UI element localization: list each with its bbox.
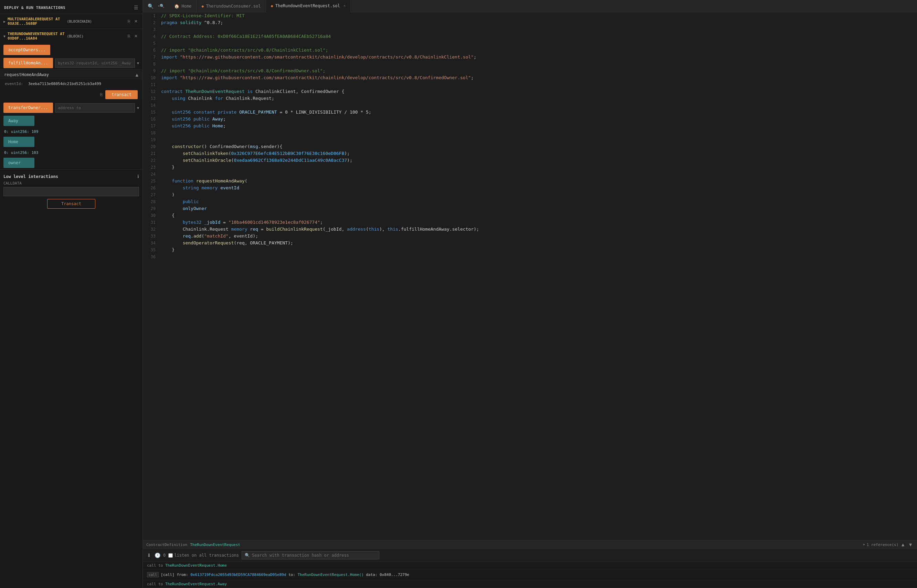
instance1-copy-btn[interactable]: ⎘ bbox=[126, 18, 131, 24]
log-entry-3: call to TheRunDownEventRequest.Away bbox=[143, 580, 917, 588]
code-line-22: setChainlinkOracle(0xedaa6962Cf1368a92e2… bbox=[161, 157, 914, 164]
transact-full-row: Transact bbox=[3, 199, 139, 208]
code-line-24 bbox=[161, 171, 914, 178]
search-icon: 🔍 bbox=[245, 553, 250, 558]
log-call-1: call to TheRunDownEventRequest.Home bbox=[147, 563, 913, 568]
code-line-18 bbox=[161, 129, 914, 136]
fulfill-params-input[interactable] bbox=[55, 58, 135, 68]
code-line-28: public bbox=[161, 198, 914, 205]
expanded-function-close[interactable]: ▲ bbox=[136, 72, 138, 78]
instance2-header[interactable]: ▼ THERUNDOWNEVENTREQUEST AT 0XD0F...16A8… bbox=[0, 29, 142, 44]
home-tab-label: Home bbox=[181, 4, 191, 9]
transfer-owner-row: transferOwner... ▼ bbox=[0, 101, 142, 114]
away-result-text: 0: uint256: 109 bbox=[4, 129, 38, 134]
accept-owners-btn[interactable]: acceptOwners... bbox=[3, 45, 50, 55]
tab-consumer[interactable]: ◆ TherundownConsumer.sol bbox=[197, 0, 266, 12]
away-row: Away bbox=[0, 114, 142, 128]
transact-btn[interactable]: transact bbox=[105, 90, 138, 99]
home-result-text: 0: uint256: 103 bbox=[4, 150, 38, 155]
code-line-27: ) bbox=[161, 191, 914, 198]
code-line-11 bbox=[161, 81, 914, 88]
fulfill-dropdown-arrow[interactable]: ▼ bbox=[137, 61, 139, 65]
home-tab-icon: 🏠 bbox=[174, 4, 179, 9]
code-line-9: // import "@chainlink/contracts/src/v0.8… bbox=[161, 68, 914, 74]
code-line-31: bytes32 _jobId = "10ba46001cd14678923e1e… bbox=[161, 219, 914, 226]
away-btn[interactable]: Away bbox=[3, 116, 34, 126]
code-line-8 bbox=[161, 61, 914, 68]
tx-count: 0 bbox=[163, 553, 166, 558]
contract-def-bar: ContractDefinition TheRunDownEventReques… bbox=[143, 541, 917, 549]
low-level-transact-btn[interactable]: Transact bbox=[47, 199, 95, 208]
log-entry-1: call to TheRunDownEventRequest.Home bbox=[143, 562, 917, 569]
references-bar: ➤ 1 reference(s) ▲ ▼ bbox=[863, 542, 914, 548]
transact-row: ⎘ transact bbox=[0, 88, 142, 101]
tx-search-box: 🔍 bbox=[242, 551, 379, 559]
low-level-title: Low level interactions bbox=[3, 174, 58, 179]
references-count: 1 reference(s) bbox=[867, 543, 899, 547]
zoom-controls: 🔍 +🔍 bbox=[143, 2, 170, 10]
ref-up-btn[interactable]: ▲ bbox=[900, 542, 906, 548]
zoom-in-btn[interactable]: +🔍 bbox=[156, 2, 166, 10]
code-line-19 bbox=[161, 136, 914, 143]
calldata-input[interactable] bbox=[3, 187, 139, 196]
log-entry-2: call [call] from: 0x613719Fdca2055d93bED… bbox=[143, 569, 917, 580]
expanded-function: requestHomeAndAway ▲ eventId: 3eeba7113e… bbox=[0, 69, 142, 101]
collapse-tx-btn[interactable]: ⬇ bbox=[146, 552, 152, 558]
transaction-logs: call to TheRunDownEventRequest.Home call… bbox=[143, 562, 917, 588]
transfer-owner-btn[interactable]: transferOwner... bbox=[3, 103, 53, 113]
code-line-2: pragma solidity ^0.8.7; bbox=[161, 19, 914, 26]
left-panel: DEPLOY & RUN TRANSACTIONS ☰ ▶ MULTIVARIA… bbox=[0, 0, 143, 588]
code-line-10: import "https://raw.githubusercontent.co… bbox=[161, 74, 914, 81]
eventrequest-tab-close[interactable]: ✕ bbox=[344, 3, 346, 8]
fulfill-home-btn[interactable]: fulfillHomeAn... bbox=[3, 58, 53, 68]
editor-tabs: 🔍 +🔍 🏠 Home ◆ TherundownConsumer.sol ◆ T… bbox=[143, 0, 917, 12]
transfer-dropdown-arrow[interactable]: ▼ bbox=[137, 106, 139, 110]
ref-down-btn[interactable]: ▼ bbox=[907, 542, 914, 548]
code-content: // SPDX-License-Identifier: MIT pragma s… bbox=[158, 12, 917, 540]
code-line-16: uint256 public Away; bbox=[161, 116, 914, 123]
time-btn[interactable]: 🕐 bbox=[155, 552, 160, 558]
code-line-15: uint256 constant private ORACLE_PAYMENT … bbox=[161, 109, 914, 116]
code-line-21: setChainlinkToken(0x326C977E6efc84E512bB… bbox=[161, 150, 914, 157]
code-line-35: } bbox=[161, 247, 914, 254]
listen-checkbox[interactable] bbox=[168, 553, 173, 558]
owner-btn[interactable]: owner bbox=[3, 158, 34, 168]
contract-def-text: ContractDefinition bbox=[146, 543, 187, 547]
accept-owners-row: acceptOwners... bbox=[0, 44, 142, 57]
fulfill-home-row: fulfillHomeAn... ▼ bbox=[0, 57, 142, 69]
code-line-23: } bbox=[161, 164, 914, 171]
consumer-tab-icon: ◆ bbox=[201, 4, 204, 9]
instance2-copy-btn[interactable]: ⎘ bbox=[126, 33, 131, 39]
log-call-text-1: TheRunDownEventRequest.Home bbox=[165, 563, 227, 568]
instance1-actions: ⎘ ✕ bbox=[126, 18, 139, 24]
code-line-26: string memory eventId bbox=[161, 184, 914, 191]
listen-checkbox-label[interactable]: listen on all transactions bbox=[168, 553, 239, 558]
code-line-13: using Chainlink for Chainlink.Request; bbox=[161, 95, 914, 102]
nav-icon: ➤ bbox=[863, 543, 865, 547]
zoom-out-btn[interactable]: 🔍 bbox=[145, 2, 156, 10]
instance1-arrow: ▶ bbox=[3, 19, 5, 23]
code-line-4: // Contract Address: 0xD0f66Ca18E1E21f4A… bbox=[161, 33, 914, 40]
code-line-17: uint256 public Home; bbox=[161, 123, 914, 129]
line-numbers: 1 2 3 4 5 6 7 8 9 10 11 12 13 14 15 16 1… bbox=[143, 12, 158, 540]
home-btn[interactable]: Home bbox=[3, 137, 34, 147]
low-level-info-icon[interactable]: ℹ bbox=[137, 174, 139, 179]
instance1-header[interactable]: ▶ MULTIVARIABLEREQUEST AT 0XA3E...568BF … bbox=[0, 14, 142, 29]
transfer-address-input[interactable] bbox=[55, 103, 135, 113]
tab-home[interactable]: 🏠 Home bbox=[170, 0, 197, 12]
tx-search-input[interactable] bbox=[252, 553, 376, 558]
contract-instance-1: ▶ MULTIVARIABLEREQUEST AT 0XA3E...568BF … bbox=[0, 14, 142, 29]
code-line-14 bbox=[161, 102, 914, 109]
copy-icon[interactable]: ⎘ bbox=[100, 92, 103, 97]
menu-icon[interactable]: ☰ bbox=[134, 5, 138, 10]
tab-eventrequest[interactable]: ◆ TheRundownEventRequest.sol ✕ bbox=[266, 0, 351, 12]
instance2-close-btn[interactable]: ✕ bbox=[133, 33, 139, 39]
code-line-5 bbox=[161, 40, 914, 47]
param-row: eventId: 3eeba7113e08054dc21bd5251cb3a49… bbox=[0, 79, 142, 88]
instance2-actions: ⎘ ✕ bbox=[126, 33, 139, 39]
log-detail-2: call [call] from: 0x613719Fdca2055d93bED… bbox=[147, 571, 913, 579]
param-value: 3eeba7113e08054dc21bd5251cb3a499 bbox=[28, 82, 138, 86]
low-level-header: Low level interactions ℹ bbox=[3, 174, 139, 179]
instance1-close-btn[interactable]: ✕ bbox=[133, 18, 139, 24]
right-panel: 🔍 +🔍 🏠 Home ◆ TherundownConsumer.sol ◆ T… bbox=[143, 0, 917, 588]
